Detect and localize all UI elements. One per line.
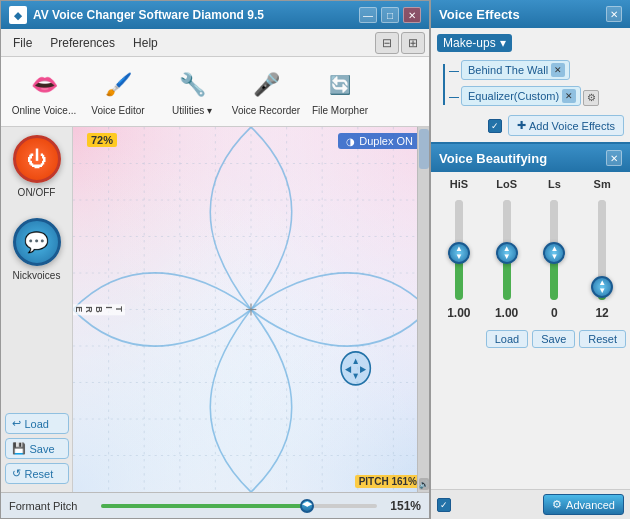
vb-thumb-his[interactable]: ▲▼ [448, 242, 470, 264]
vb-reset-button[interactable]: Reset [579, 330, 626, 348]
vb-save-button[interactable]: Save [532, 330, 575, 348]
right-panel: Voice Effects ✕ Make-ups ▾ Behind The Wa… [430, 0, 630, 519]
formant-thumb[interactable]: ◀▶ [300, 499, 314, 513]
save-button[interactable]: 💾 Save [5, 438, 69, 459]
duplex-text: Duplex ON [359, 135, 413, 147]
formant-slider-fill [101, 504, 308, 508]
pitch-text: PITCH [359, 476, 389, 487]
left-panel: ◆ AV Voice Changer Software Diamond 9.5 … [0, 0, 430, 519]
file-morpher-icon: 🔄 [322, 67, 358, 103]
load-label: Load [25, 418, 49, 430]
toolbar-utilities-label: Utilities ▾ [172, 105, 212, 116]
toolbar-voice-recorder-label: Voice Recorder [232, 105, 300, 116]
effect-chip-text-1: Equalizer(Custom) [468, 90, 559, 102]
add-effects-row: ✓ ✚ Add Voice Effects [437, 115, 624, 136]
svg-text:▲: ▲ [352, 355, 360, 366]
svg-text:◀: ◀ [345, 363, 352, 374]
advanced-icon: ⚙ [552, 498, 562, 511]
voice-effects-close-button[interactable]: ✕ [606, 6, 622, 22]
vb-thumb-los[interactable]: ▲▼ [496, 242, 518, 264]
app-title: AV Voice Changer Software Diamond 9.5 [33, 8, 359, 22]
save-icon: 💾 [12, 442, 26, 455]
app-icon: ◆ [9, 6, 27, 24]
add-effects-label: Add Voice Effects [529, 120, 615, 132]
vb-thumb-arrows-los: ▲▼ [503, 245, 511, 261]
scroll-volume-icon: 🔊 [419, 478, 429, 490]
close-button[interactable]: ✕ [403, 7, 421, 23]
vb-load-button[interactable]: Load [486, 330, 528, 348]
menu-icon-group: ⊟ ⊞ [375, 32, 425, 54]
vb-thumb-ls[interactable]: ▲▼ [543, 242, 565, 264]
toolbar-utilities[interactable]: 🔧 Utilities ▾ [157, 63, 227, 120]
vb-track-his[interactable]: ▲▼ [455, 200, 463, 300]
formant-thumb-icon: ◀▶ [302, 500, 312, 512]
load-icon: ↩ [12, 417, 21, 430]
vb-slider-his: HiS ▲▼ 1.00 [435, 178, 483, 320]
effect-chip-close-1[interactable]: ✕ [562, 89, 576, 103]
chip-connector-0 [449, 71, 459, 72]
vb-label-his: HiS [450, 178, 468, 190]
toolbar-file-morpher[interactable]: 🔄 File Morpher [305, 63, 375, 120]
reset-icon: ↺ [12, 467, 21, 480]
onoff-label: ON/OFF [18, 187, 56, 198]
formant-value: 151% [389, 499, 421, 513]
minimize-button[interactable]: — [359, 7, 377, 23]
morph-canvas[interactable]: ▲ ▼ ◀ ▶ [73, 127, 429, 492]
effects-list: Behind The Wall ✕ Equalizer(Custom) ✕ ⚙ [437, 58, 624, 111]
nickvoices-button[interactable]: 💬 [13, 218, 61, 266]
menu-file[interactable]: File [5, 33, 40, 53]
reset-button[interactable]: ↺ Reset [5, 463, 69, 484]
nickvoices-label: Nickvoices [13, 270, 61, 281]
make-ups-dropdown[interactable]: Make-ups ▾ [437, 34, 512, 52]
effect-chip-close-0[interactable]: ✕ [551, 63, 565, 77]
load-button[interactable]: ↩ Load [5, 413, 69, 434]
menu-preferences[interactable]: Preferences [42, 33, 123, 53]
vb-slider-sm: Sm ▲▼ 12 [578, 178, 626, 320]
duplex-icon: ◑ [346, 136, 355, 147]
vb-track-sm[interactable]: ▲▼ [598, 200, 606, 300]
dropdown-row: Make-ups ▾ [437, 34, 624, 52]
effects-checkbox[interactable]: ✓ [488, 119, 502, 133]
vb-fill-top-sm [598, 200, 606, 280]
voice-effects-section: Make-ups ▾ Behind The Wall ✕ Equalizer(C… [431, 28, 630, 144]
power-button[interactable]: ⏻ [13, 135, 61, 183]
voice-editor-icon: 🖌️ [100, 67, 136, 103]
duplex-badge: ◑ Duplex ON [338, 133, 421, 149]
scroll-bar[interactable]: 🔊 [417, 127, 429, 492]
title-bar-buttons: — □ ✕ [359, 7, 421, 23]
add-voice-effects-button[interactable]: ✚ Add Voice Effects [508, 115, 624, 136]
add-icon: ✚ [517, 119, 526, 132]
view-icon-2[interactable]: ⊞ [401, 32, 425, 54]
vb-thumb-sm[interactable]: ▲▼ [591, 276, 613, 298]
vb-action-row: Load Save Reset [431, 326, 630, 352]
vb-label-sm: Sm [594, 178, 611, 190]
toolbar-voice-editor[interactable]: 🖌️ Voice Editor [83, 63, 153, 120]
left-controls: ⏻ ON/OFF 💬 Nickvoices ↩ Load 💾 Save ↺ Re… [1, 127, 73, 492]
vb-track-los[interactable]: ▲▼ [503, 200, 511, 300]
advanced-button[interactable]: ⚙ Advanced [543, 494, 624, 515]
toolbar-online-voice[interactable]: 👄 Online Voice... [9, 63, 79, 120]
formant-slider-track[interactable]: ◀▶ [101, 504, 377, 508]
toolbar-online-voice-label: Online Voice... [12, 105, 76, 116]
vb-title: Voice Beautifying [439, 151, 606, 166]
vb-checkbox[interactable]: ✓ [437, 498, 451, 512]
scroll-thumb[interactable] [419, 129, 429, 169]
toolbar-voice-recorder[interactable]: 🎤 Voice Recorder [231, 63, 301, 120]
effect-chip-row-0: Behind The Wall ✕ [437, 60, 624, 83]
menu-help[interactable]: Help [125, 33, 166, 53]
effect-chip-settings-1[interactable]: ⚙ [583, 90, 599, 106]
vb-track-ls[interactable]: ▲▼ [550, 200, 558, 300]
effect-chip-1: Equalizer(Custom) ✕ [461, 86, 581, 106]
view-icon-1[interactable]: ⊟ [375, 32, 399, 54]
vb-value-los: 1.00 [495, 306, 518, 320]
menu-bar: File Preferences Help ⊟ ⊞ [1, 29, 429, 57]
svg-text:▼: ▼ [352, 371, 360, 382]
maximize-button[interactable]: □ [381, 7, 399, 23]
morph-area: ▲ ▼ ◀ ▶ TIBRE 72% ◑ Duplex ON PITCH 161%… [73, 127, 429, 492]
vb-close-button[interactable]: ✕ [606, 150, 622, 166]
effect-chip-text-0: Behind The Wall [468, 64, 548, 76]
effect-chip-row-1: Equalizer(Custom) ✕ ⚙ [437, 86, 624, 109]
voice-recorder-icon: 🎤 [248, 67, 284, 103]
toolbar: 👄 Online Voice... 🖌️ Voice Editor 🔧 Util… [1, 57, 429, 127]
tibre-label: TIBRE [73, 304, 125, 316]
